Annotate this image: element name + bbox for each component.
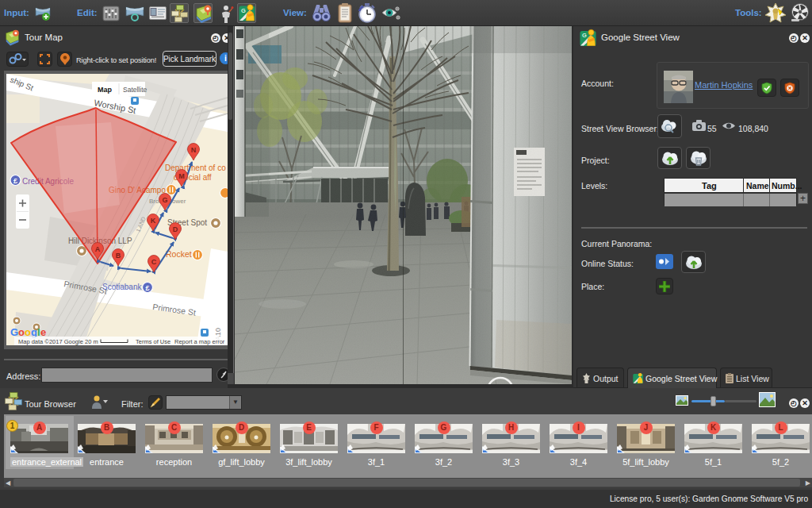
svg-text:G: G (10, 326, 18, 338)
svg-text:o: o (18, 326, 25, 338)
svg-text:M: M (178, 172, 185, 180)
svg-text:G: G (582, 32, 587, 39)
svg-text:Scotiabank: Scotiabank (102, 283, 142, 291)
svg-text:G: G (162, 196, 167, 204)
svg-text:Terms of Use: Terms of Use (136, 338, 170, 345)
svg-text:Report a map error: Report a map error (174, 338, 225, 345)
svg-text:Map: Map (98, 86, 113, 94)
svg-text:B: B (116, 252, 121, 260)
svg-text:G: G (241, 7, 246, 14)
svg-text:e: e (40, 326, 46, 338)
svg-text:g: g (31, 326, 37, 338)
svg-text:Department of co: Department of co (165, 164, 226, 172)
svg-text:Map data ©2017 Google: Map data ©2017 Google (18, 338, 83, 345)
svg-text:D: D (173, 225, 178, 233)
svg-text:Satellite: Satellite (123, 86, 147, 94)
svg-text:A: A (95, 245, 101, 253)
svg-text:£: £ (145, 284, 149, 292)
svg-text:C: C (151, 258, 157, 266)
svg-text:20 m: 20 m (85, 338, 98, 345)
svg-text:Rocket: Rocket (166, 249, 192, 259)
svg-text:K: K (151, 217, 156, 225)
svg-text:£: £ (13, 177, 17, 185)
svg-text:N: N (191, 146, 197, 154)
svg-text:o: o (25, 326, 31, 338)
